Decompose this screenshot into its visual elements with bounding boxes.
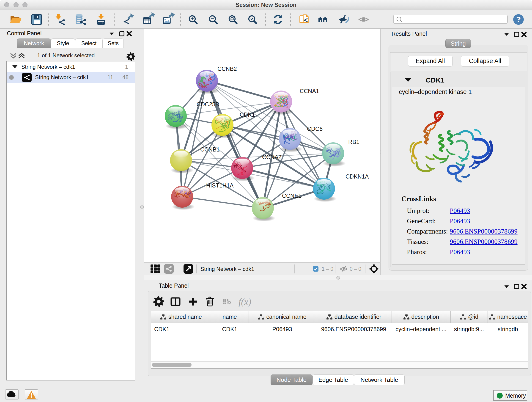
svg-text:CCNA2: CCNA2 — [262, 154, 282, 160]
svg-text:CCNA1: CCNA1 — [300, 88, 319, 94]
svg-text:CDC6: CDC6 — [307, 126, 323, 132]
svg-text:1 – 0: 1 – 0 — [322, 266, 333, 272]
svg-text:0 – 0: 0 – 0 — [350, 266, 361, 272]
svg-text:CCNE1: CCNE1 — [282, 192, 302, 199]
svg-text:CCNB1: CCNB1 — [200, 146, 220, 153]
svg-text:HIST1H1A: HIST1H1A — [206, 182, 234, 189]
svg-text:?: ? — [516, 15, 521, 24]
svg-text:CDK1: CDK1 — [240, 111, 255, 118]
svg-text:CDC25B: CDC25B — [196, 101, 219, 108]
svg-text:CCNB2: CCNB2 — [217, 65, 237, 72]
svg-text:CDKN1A: CDKN1A — [346, 173, 369, 180]
svg-text:f(x): f(x) — [239, 297, 251, 307]
svg-text:String Network – cdk1: String Network – cdk1 — [201, 266, 254, 272]
svg-text:RB1: RB1 — [348, 139, 360, 145]
